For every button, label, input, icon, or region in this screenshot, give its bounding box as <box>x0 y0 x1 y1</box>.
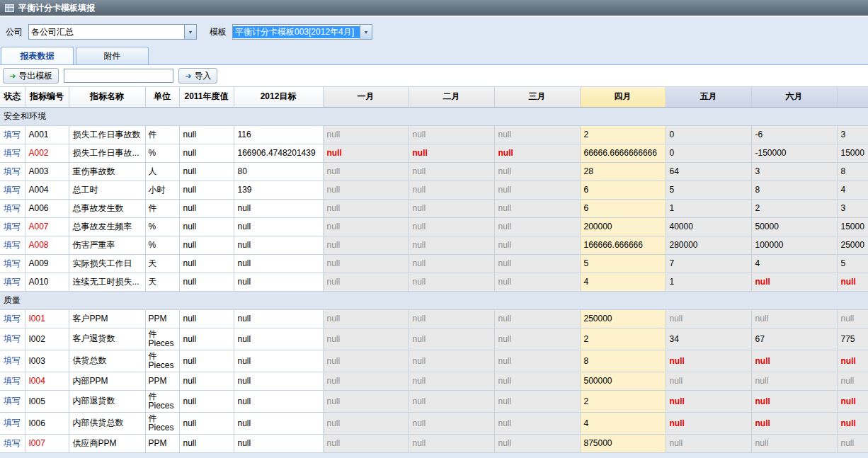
month-cell: null <box>409 236 494 254</box>
table-row: 填写I002客户退货数件 Piecesnullnullnullnullnull2… <box>0 328 868 350</box>
value-2011: null <box>179 181 234 199</box>
indicator-code: I004 <box>25 372 69 390</box>
table-row: 填写I007供应商PPMPPMnullnullnullnullnull87500… <box>0 434 868 452</box>
target-2012: null <box>234 412 323 434</box>
indicator-code: A010 <box>25 273 69 291</box>
table-row: 填写A003重伤事故数人null80nullnullnull286438 <box>0 162 868 181</box>
fill-link[interactable]: 填写 <box>4 376 21 386</box>
column-header: 指标编号 <box>25 87 69 107</box>
content-panel: ➜ 导出模板 ➜ 导入 状态指标编号指标名称单位2011年度值2012目标一月二… <box>0 65 868 453</box>
month-cell: 6 <box>580 181 666 199</box>
target-2012: null <box>234 273 323 291</box>
month-cell: 200000 <box>580 217 666 236</box>
month-cell: 8 <box>580 350 666 372</box>
fill-link[interactable]: 填写 <box>4 222 21 231</box>
fill-link[interactable]: 填写 <box>4 258 21 268</box>
import-button-label: 导入 <box>194 70 211 82</box>
fill-link[interactable]: 填写 <box>4 396 21 406</box>
tab-report-data[interactable]: 报表数据 <box>1 47 74 64</box>
indicator-code: A009 <box>25 254 69 273</box>
chevron-down-icon[interactable]: ▼ <box>360 25 372 39</box>
import-file-input[interactable] <box>64 69 173 83</box>
scorecard-grid-icon <box>5 4 14 12</box>
status-cell: 填写 <box>0 217 25 236</box>
fill-link[interactable]: 填写 <box>4 185 21 195</box>
month-cell: null <box>409 350 494 372</box>
indicator-code: A006 <box>25 199 69 217</box>
month-cell: null <box>323 254 409 273</box>
column-header: 一月 <box>323 87 409 107</box>
indicator-name: 内部退货数 <box>69 390 145 412</box>
fill-link[interactable]: 填写 <box>4 240 21 250</box>
status-cell: 填写 <box>0 434 25 452</box>
month-cell: 3 <box>837 199 868 217</box>
fill-link[interactable]: 填写 <box>4 418 21 428</box>
month-cell: -150000 <box>751 144 837 162</box>
month-cell: 3 <box>837 125 868 144</box>
month-cell: null <box>323 162 409 181</box>
month-cell: null <box>666 434 751 452</box>
table-row: 填写A008伤害严重率%nullnullnullnullnull166666.6… <box>0 236 868 254</box>
value-2011: null <box>179 328 234 350</box>
export-template-button[interactable]: ➜ 导出模板 <box>3 68 59 84</box>
company-select[interactable]: 各公司汇总 ▼ <box>28 24 197 40</box>
month-cell: null <box>409 434 494 452</box>
target-2012: null <box>234 390 323 412</box>
indicator-code: I003 <box>25 350 69 372</box>
fill-link[interactable]: 填写 <box>4 277 21 287</box>
target-2012: null <box>234 217 323 236</box>
month-cell: 28 <box>580 162 666 181</box>
chevron-down-icon[interactable]: ▼ <box>184 25 196 39</box>
month-cell: null <box>323 434 409 452</box>
column-header: 2012目标 <box>234 87 323 107</box>
fill-link[interactable]: 填写 <box>4 203 21 213</box>
status-cell: 填写 <box>0 350 25 372</box>
fill-link[interactable]: 填写 <box>4 130 21 139</box>
indicator-unit: 人 <box>145 162 179 181</box>
month-cell: 2 <box>580 328 666 350</box>
indicator-name: 内部供货总数 <box>69 412 145 434</box>
scorecard-grid: 状态指标编号指标名称单位2011年度值2012目标一月二月三月四月五月六月安全和… <box>0 87 868 453</box>
month-cell: 5 <box>837 254 868 273</box>
month-cell: null <box>837 372 868 390</box>
month-cell: 775 <box>837 328 868 350</box>
month-cell: 5 <box>580 254 666 273</box>
template-select[interactable]: 平衡计分卡模板003[2012年4月] ▼ <box>232 24 372 40</box>
import-button[interactable]: ➜ 导入 <box>178 68 217 84</box>
month-cell: null <box>494 217 580 236</box>
table-row: 填写A002损失工作日事故...%null166906.4748201439nu… <box>0 144 868 162</box>
status-cell: 填写 <box>0 162 25 181</box>
indicator-name: 内部PPM <box>69 372 145 390</box>
fill-link[interactable]: 填写 <box>4 148 21 158</box>
month-cell: null <box>666 350 751 372</box>
indicator-name: 损失工作日事故... <box>69 144 145 162</box>
column-header: 三月 <box>494 87 580 107</box>
table-row: 填写A007总事故发生频率%nullnullnullnullnull200000… <box>0 217 868 236</box>
fill-link[interactable]: 填写 <box>4 314 21 324</box>
month-cell: null <box>494 199 580 217</box>
fill-link[interactable]: 填写 <box>4 438 21 448</box>
tab-attachment[interactable]: 附件 <box>76 47 149 64</box>
indicator-name: 总事故发生数 <box>69 199 145 217</box>
month-cell: 50000 <box>751 217 837 236</box>
column-header: 指标名称 <box>69 87 145 107</box>
month-cell: null <box>409 309 494 328</box>
indicator-unit: 件 Pieces <box>145 412 179 434</box>
indicator-code: I006 <box>25 412 69 434</box>
table-row: 填写I005内部退货数件 Piecesnullnullnullnullnull2… <box>0 390 868 412</box>
fill-link[interactable]: 填写 <box>4 355 21 365</box>
target-2012: 116 <box>234 125 323 144</box>
month-cell: 250000 <box>580 309 666 328</box>
filter-toolbar: 公司 各公司汇总 ▼ 模板 平衡计分卡模板003[2012年4月] ▼ <box>0 16 868 47</box>
indicator-unit: % <box>145 236 179 254</box>
indicator-name: 实际损失工作日 <box>69 254 145 273</box>
indicator-name: 连续无工时损失... <box>69 273 145 291</box>
fill-link[interactable]: 填写 <box>4 166 21 176</box>
month-cell: null <box>323 350 409 372</box>
indicator-unit: % <box>145 217 179 236</box>
fill-link[interactable]: 填写 <box>4 333 21 343</box>
month-cell: null <box>494 125 580 144</box>
indicator-name: 客户退货数 <box>69 328 145 350</box>
column-header: 五月 <box>666 87 751 107</box>
status-cell: 填写 <box>0 181 25 199</box>
